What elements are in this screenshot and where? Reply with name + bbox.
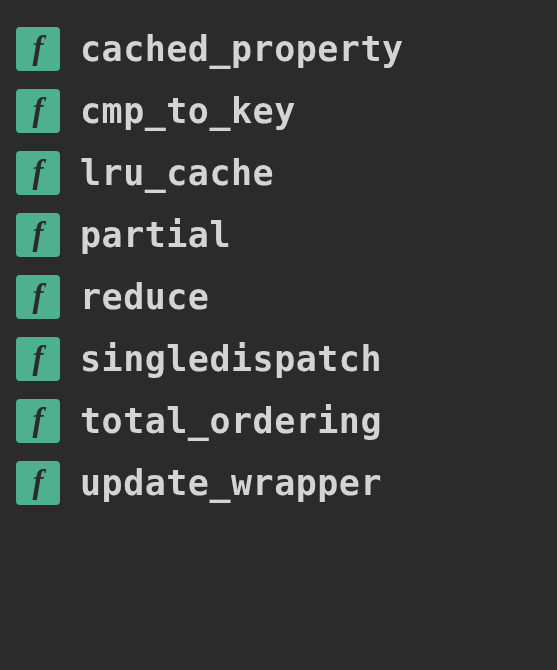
list-item[interactable]: total_ordering (10, 390, 547, 452)
function-icon (16, 461, 60, 505)
function-icon (16, 213, 60, 257)
item-label: singledispatch (80, 339, 382, 379)
completion-list: cached_property cmp_to_key lru_cache par… (10, 18, 547, 514)
function-icon (16, 399, 60, 443)
function-icon (16, 337, 60, 381)
function-icon (16, 151, 60, 195)
list-item[interactable]: cached_property (10, 18, 547, 80)
function-icon (16, 275, 60, 319)
function-icon (16, 89, 60, 133)
item-label: cmp_to_key (80, 91, 296, 131)
item-label: update_wrapper (80, 463, 382, 503)
list-item[interactable]: update_wrapper (10, 452, 547, 514)
item-label: lru_cache (80, 153, 274, 193)
item-label: total_ordering (80, 401, 382, 441)
function-icon (16, 27, 60, 71)
list-item[interactable]: partial (10, 204, 547, 266)
item-label: reduce (80, 277, 209, 317)
item-label: cached_property (80, 29, 404, 69)
item-label: partial (80, 215, 231, 255)
list-item[interactable]: cmp_to_key (10, 80, 547, 142)
list-item[interactable]: lru_cache (10, 142, 547, 204)
list-item[interactable]: reduce (10, 266, 547, 328)
list-item[interactable]: singledispatch (10, 328, 547, 390)
